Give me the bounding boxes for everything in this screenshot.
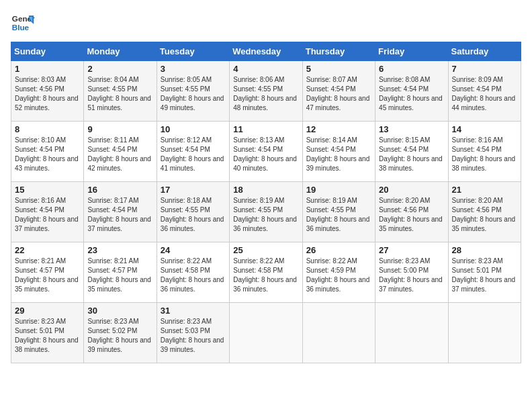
calendar-cell: 26Sunrise: 8:22 AMSunset: 4:59 PMDayligh… (302, 242, 375, 303)
calendar-cell (448, 303, 521, 363)
cell-info: Sunrise: 8:09 AMSunset: 4:54 PMDaylight:… (452, 75, 517, 113)
cell-info: Sunrise: 8:07 AMSunset: 4:54 PMDaylight:… (306, 75, 371, 113)
calendar-week-5: 29Sunrise: 8:23 AMSunset: 5:01 PMDayligh… (11, 303, 521, 363)
day-number: 7 (452, 64, 517, 74)
calendar-cell: 28Sunrise: 8:23 AMSunset: 5:01 PMDayligh… (448, 242, 521, 303)
cell-info: Sunrise: 8:22 AMSunset: 4:58 PMDaylight:… (233, 257, 298, 294)
day-number: 20 (379, 185, 444, 195)
page-header: General Blue (11, 11, 521, 35)
cell-info: Sunrise: 8:20 AMSunset: 4:56 PMDaylight:… (452, 196, 517, 234)
calendar-cell: 5Sunrise: 8:07 AMSunset: 4:54 PMDaylight… (302, 61, 375, 122)
calendar-week-4: 22Sunrise: 8:21 AMSunset: 4:57 PMDayligh… (11, 242, 521, 303)
calendar-cell (230, 303, 302, 363)
calendar-cell: 7Sunrise: 8:09 AMSunset: 4:54 PMDaylight… (448, 61, 521, 122)
calendar-cell: 9Sunrise: 8:11 AMSunset: 4:54 PMDaylight… (84, 122, 157, 182)
calendar-cell: 19Sunrise: 8:19 AMSunset: 4:55 PMDayligh… (302, 182, 375, 242)
day-number: 9 (87, 124, 152, 134)
weekday-header-thursday: Thursday (302, 42, 375, 61)
cell-info: Sunrise: 8:17 AMSunset: 4:54 PMDaylight:… (87, 196, 152, 234)
cell-info: Sunrise: 8:06 AMSunset: 4:55 PMDaylight:… (233, 75, 298, 113)
calendar-cell: 22Sunrise: 8:21 AMSunset: 4:57 PMDayligh… (11, 242, 84, 303)
calendar-cell (302, 303, 375, 363)
cell-info: Sunrise: 8:23 AMSunset: 5:03 PMDaylight:… (161, 317, 226, 355)
cell-info: Sunrise: 8:08 AMSunset: 4:54 PMDaylight:… (379, 75, 444, 113)
calendar-cell: 3Sunrise: 8:05 AMSunset: 4:55 PMDaylight… (157, 61, 229, 122)
weekday-header-monday: Monday (84, 42, 157, 61)
day-number: 17 (161, 185, 226, 195)
calendar-cell: 12Sunrise: 8:14 AMSunset: 4:54 PMDayligh… (302, 122, 375, 182)
calendar-table: SundayMondayTuesdayWednesdayThursdayFrid… (11, 42, 521, 363)
cell-info: Sunrise: 8:20 AMSunset: 4:56 PMDaylight:… (379, 196, 444, 234)
calendar-cell: 21Sunrise: 8:20 AMSunset: 4:56 PMDayligh… (448, 182, 521, 242)
cell-info: Sunrise: 8:10 AMSunset: 4:54 PMDaylight:… (15, 136, 80, 173)
calendar-cell: 1Sunrise: 8:03 AMSunset: 4:56 PMDaylight… (11, 61, 84, 122)
day-number: 10 (161, 124, 226, 134)
logo-icon: General Blue (11, 11, 35, 35)
day-number: 26 (306, 245, 371, 255)
day-number: 25 (233, 245, 298, 255)
day-number: 28 (452, 245, 517, 255)
day-number: 12 (306, 124, 371, 134)
cell-info: Sunrise: 8:23 AMSunset: 5:01 PMDaylight:… (452, 257, 517, 294)
calendar-cell: 10Sunrise: 8:12 AMSunset: 4:54 PMDayligh… (157, 122, 229, 182)
cell-info: Sunrise: 8:04 AMSunset: 4:55 PMDaylight:… (87, 75, 152, 113)
calendar-cell: 16Sunrise: 8:17 AMSunset: 4:54 PMDayligh… (84, 182, 157, 242)
calendar-week-1: 1Sunrise: 8:03 AMSunset: 4:56 PMDaylight… (11, 61, 521, 122)
calendar-cell: 17Sunrise: 8:18 AMSunset: 4:55 PMDayligh… (157, 182, 229, 242)
cell-info: Sunrise: 8:03 AMSunset: 4:56 PMDaylight:… (15, 75, 80, 113)
day-number: 5 (306, 64, 371, 74)
day-number: 8 (15, 124, 80, 134)
calendar-cell: 2Sunrise: 8:04 AMSunset: 4:55 PMDaylight… (84, 61, 157, 122)
cell-info: Sunrise: 8:05 AMSunset: 4:55 PMDaylight:… (161, 75, 226, 113)
cell-info: Sunrise: 8:21 AMSunset: 4:57 PMDaylight:… (87, 257, 152, 294)
cell-info: Sunrise: 8:22 AMSunset: 4:59 PMDaylight:… (306, 257, 371, 294)
day-number: 19 (306, 185, 371, 195)
cell-info: Sunrise: 8:16 AMSunset: 4:54 PMDaylight:… (15, 196, 80, 234)
cell-info: Sunrise: 8:23 AMSunset: 5:02 PMDaylight:… (87, 317, 152, 355)
weekday-header-wednesday: Wednesday (230, 42, 302, 61)
weekday-header-tuesday: Tuesday (157, 42, 229, 61)
cell-info: Sunrise: 8:13 AMSunset: 4:54 PMDaylight:… (233, 136, 298, 173)
calendar-cell: 11Sunrise: 8:13 AMSunset: 4:54 PMDayligh… (230, 122, 302, 182)
cell-info: Sunrise: 8:23 AMSunset: 5:00 PMDaylight:… (379, 257, 444, 294)
calendar-cell: 23Sunrise: 8:21 AMSunset: 4:57 PMDayligh… (84, 242, 157, 303)
day-number: 14 (452, 124, 517, 134)
svg-text:Blue: Blue (12, 23, 30, 32)
day-number: 11 (233, 124, 298, 134)
weekday-header-friday: Friday (375, 42, 448, 61)
calendar-cell: 25Sunrise: 8:22 AMSunset: 4:58 PMDayligh… (230, 242, 302, 303)
calendar-cell: 15Sunrise: 8:16 AMSunset: 4:54 PMDayligh… (11, 182, 84, 242)
day-number: 16 (87, 185, 152, 195)
calendar-cell: 20Sunrise: 8:20 AMSunset: 4:56 PMDayligh… (375, 182, 448, 242)
calendar-cell: 31Sunrise: 8:23 AMSunset: 5:03 PMDayligh… (157, 303, 229, 363)
day-number: 2 (87, 64, 152, 74)
calendar-cell: 24Sunrise: 8:22 AMSunset: 4:58 PMDayligh… (157, 242, 229, 303)
cell-info: Sunrise: 8:11 AMSunset: 4:54 PMDaylight:… (87, 136, 152, 173)
calendar-cell: 14Sunrise: 8:16 AMSunset: 4:54 PMDayligh… (448, 122, 521, 182)
day-number: 4 (233, 64, 298, 74)
day-number: 1 (15, 64, 80, 74)
calendar-cell: 8Sunrise: 8:10 AMSunset: 4:54 PMDaylight… (11, 122, 84, 182)
day-number: 31 (161, 306, 226, 316)
day-number: 24 (161, 245, 226, 255)
cell-info: Sunrise: 8:19 AMSunset: 4:55 PMDaylight:… (233, 196, 298, 234)
day-number: 3 (161, 64, 226, 74)
cell-info: Sunrise: 8:21 AMSunset: 4:57 PMDaylight:… (15, 257, 80, 294)
cell-info: Sunrise: 8:23 AMSunset: 5:01 PMDaylight:… (15, 317, 80, 355)
weekday-header-saturday: Saturday (448, 42, 521, 61)
calendar-cell: 6Sunrise: 8:08 AMSunset: 4:54 PMDaylight… (375, 61, 448, 122)
cell-info: Sunrise: 8:14 AMSunset: 4:54 PMDaylight:… (306, 136, 371, 173)
calendar-cell: 4Sunrise: 8:06 AMSunset: 4:55 PMDaylight… (230, 61, 302, 122)
day-number: 15 (15, 185, 80, 195)
calendar-cell: 18Sunrise: 8:19 AMSunset: 4:55 PMDayligh… (230, 182, 302, 242)
calendar-cell: 27Sunrise: 8:23 AMSunset: 5:00 PMDayligh… (375, 242, 448, 303)
cell-info: Sunrise: 8:18 AMSunset: 4:55 PMDaylight:… (161, 196, 226, 234)
day-number: 6 (379, 64, 444, 74)
calendar-cell (375, 303, 448, 363)
cell-info: Sunrise: 8:16 AMSunset: 4:54 PMDaylight:… (452, 136, 517, 173)
calendar-cell: 29Sunrise: 8:23 AMSunset: 5:01 PMDayligh… (11, 303, 84, 363)
cell-info: Sunrise: 8:22 AMSunset: 4:58 PMDaylight:… (161, 257, 226, 294)
logo: General Blue (11, 11, 35, 35)
day-number: 21 (452, 185, 517, 195)
calendar-cell: 30Sunrise: 8:23 AMSunset: 5:02 PMDayligh… (84, 303, 157, 363)
